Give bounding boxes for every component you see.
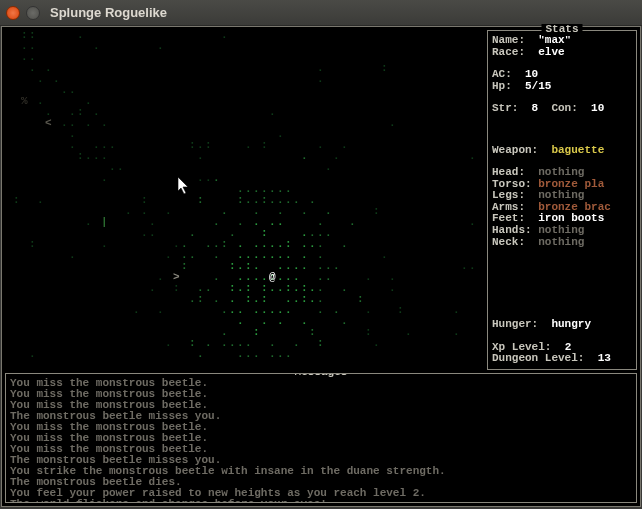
map-tile: .: [253, 217, 260, 228]
map-tile: .: [157, 41, 164, 52]
stat-hp: Hp: 5/15: [492, 81, 632, 93]
map-tile: .: [469, 151, 476, 162]
map-tile: .: [341, 239, 348, 250]
map-tile: :: [221, 239, 228, 250]
map-tile: .: [293, 195, 300, 206]
map-tile: .: [21, 52, 28, 63]
map-tile: .: [333, 261, 340, 272]
map-tile: .: [453, 327, 460, 338]
map-tile: .: [301, 261, 308, 272]
map-tile: .: [69, 250, 76, 261]
map-tile: .: [253, 272, 260, 283]
map-tile: .: [333, 305, 340, 316]
map-tile: .: [213, 217, 220, 228]
stat-neck: Neck: nothing: [492, 237, 632, 249]
map-tile: :: [317, 338, 324, 349]
map-tile: .: [237, 349, 244, 360]
map-tile: |: [101, 217, 108, 228]
map-tile: .: [253, 349, 260, 360]
map-tile: .: [165, 206, 172, 217]
map-tile: .: [85, 118, 92, 129]
map-tile: .: [245, 140, 252, 151]
map-tile: .: [61, 85, 68, 96]
map-tile: .: [293, 338, 300, 349]
map-tile: .: [93, 151, 100, 162]
stat-hunger: Hunger: hungry: [492, 319, 632, 331]
map-tile: .: [213, 272, 220, 283]
map-tile: .: [341, 140, 348, 151]
map-tile: .: [101, 118, 108, 129]
close-icon[interactable]: [6, 6, 20, 20]
map-tile: .: [309, 195, 316, 206]
map-tile: .: [85, 217, 92, 228]
map-tile: .: [389, 283, 396, 294]
map-tile: .: [205, 338, 212, 349]
map-tile: .: [237, 283, 244, 294]
map-tile: .: [61, 118, 68, 129]
map-tile: :: [237, 195, 244, 206]
map-tile: .: [317, 140, 324, 151]
map-tile: :: [29, 239, 36, 250]
map-tile: .: [301, 316, 308, 327]
map-tile: .: [69, 85, 76, 96]
map-tile: .: [301, 151, 308, 162]
map-tile: .: [45, 63, 52, 74]
map-tile: .: [469, 217, 476, 228]
map-tile: .: [325, 162, 332, 173]
stairs-down-icon: <: [45, 118, 52, 129]
map-tile: :: [197, 294, 204, 305]
stats-panel-title: Stats: [541, 24, 582, 36]
map-tile: .: [213, 173, 220, 184]
map-tile: .: [141, 206, 148, 217]
map-tile: .: [253, 305, 260, 316]
map-tile: .: [77, 30, 84, 41]
dungeon-map[interactable]: ::...........:.........:.............:.:…: [5, 30, 483, 370]
messages-panel-title: Messages: [291, 373, 352, 378]
map-tile: .: [381, 250, 388, 261]
map-tile: .: [85, 151, 92, 162]
map-tile: .: [269, 349, 276, 360]
map-tile: %: [21, 96, 28, 107]
stat-race: Race: elve: [492, 47, 632, 59]
map-tile: .: [213, 294, 220, 305]
map-tile: .: [277, 129, 284, 140]
map-tile: :: [397, 305, 404, 316]
map-tile: :: [357, 294, 364, 305]
map-tile: :: [373, 206, 380, 217]
map-tile: .: [389, 118, 396, 129]
map-tile: .: [109, 140, 116, 151]
map-tile: .: [205, 239, 212, 250]
map-tile: .: [165, 250, 172, 261]
map-tile: .: [149, 228, 156, 239]
map-tile: .: [245, 349, 252, 360]
map-tile: .: [269, 305, 276, 316]
map-tile: :: [77, 151, 84, 162]
map-tile: :: [197, 195, 204, 206]
map-tile: .: [261, 250, 268, 261]
map-tile: .: [189, 250, 196, 261]
player-character: @: [269, 272, 276, 283]
map-tile: .: [197, 173, 204, 184]
map-tile: .: [205, 173, 212, 184]
map-tile: .: [101, 173, 108, 184]
map-tile: .: [37, 96, 44, 107]
map-tile: .: [197, 151, 204, 162]
map-tile: .: [277, 316, 284, 327]
map-tile: :: [189, 140, 196, 151]
stairs-up-icon: >: [173, 272, 180, 283]
message-line: The world flickers and changes before yo…: [10, 499, 632, 503]
game-viewport[interactable]: ::...........:.........:.............:.:…: [1, 26, 641, 507]
map-tile: :: [173, 283, 180, 294]
map-tile: .: [261, 316, 268, 327]
minimize-icon[interactable]: [26, 6, 40, 20]
map-tile: .: [469, 261, 476, 272]
map-tile: .: [109, 162, 116, 173]
map-tile: .: [285, 195, 292, 206]
map-tile: :: [13, 195, 20, 206]
map-tile: .: [117, 162, 124, 173]
map-tile: .: [29, 349, 36, 360]
map-tile: .: [285, 349, 292, 360]
map-tile: :: [381, 63, 388, 74]
map-tile: :: [181, 261, 188, 272]
stat-dlvl: Dungeon Level: 13: [492, 353, 632, 365]
